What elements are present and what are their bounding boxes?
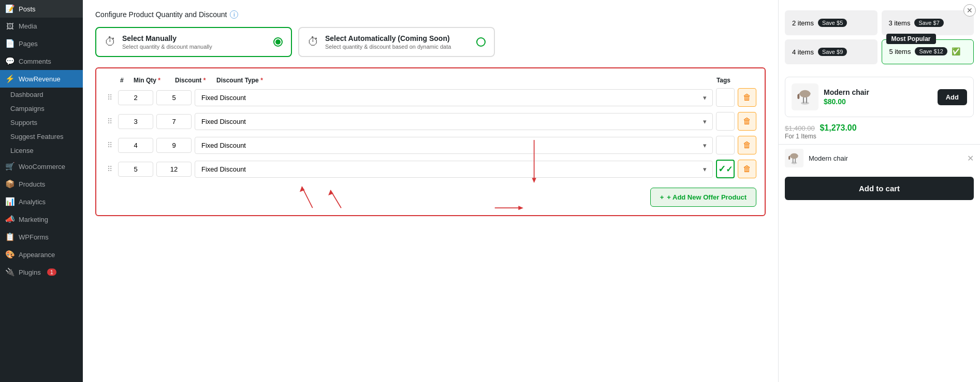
sidebar-sub-supports[interactable]: Supports [0, 116, 83, 130]
discount-input-1[interactable] [156, 90, 192, 105]
discount-type-select-2[interactable]: Fixed Discount Percentage Discount [195, 113, 713, 130]
sidebar-sub-license[interactable]: License [0, 144, 83, 158]
tier-3-label: 3 items [889, 19, 911, 27]
sidebar-item-appearance[interactable]: 🎨 Appearance [0, 246, 83, 263]
tag-checkbox-3[interactable] [716, 136, 735, 154]
select-manually-card[interactable]: ⏱ Select Manually Select quantity & disc… [95, 27, 292, 57]
sidebar-item-pages[interactable]: 📄 Pages [0, 35, 83, 52]
plugins-badge: 1 [47, 268, 56, 276]
sidebar-item-wpforms[interactable]: 📋 WPForms [0, 228, 83, 246]
add-product-button[interactable]: Add [938, 89, 967, 105]
sidebar-sub-suggest-features[interactable]: Suggest Features [0, 130, 83, 144]
discount-type-select-1[interactable]: Fixed Discount Percentage Discount [195, 89, 713, 106]
delete-btn-2[interactable]: 🗑 [738, 112, 756, 131]
sidebar-item-comments[interactable]: 💬 Comments [0, 52, 83, 70]
min-qty-input-2[interactable] [118, 114, 153, 129]
sidebar-item-media[interactable]: 🖼 Media [0, 18, 83, 35]
tier-cell-4[interactable]: 4 items Save $9 [785, 39, 877, 64]
media-icon: 🖼 [5, 22, 14, 31]
tier-3-save: Save $7 [914, 19, 943, 27]
tier-5-save: Save $12 [915, 47, 947, 55]
right-panel: ✕ 2 items Save $5 3 items Save $7 4 item… [778, 0, 980, 382]
delete-btn-3[interactable]: 🗑 [738, 136, 756, 154]
col-hash-header: # [117, 77, 134, 84]
add-offer-button[interactable]: + + Add New Offer Product [650, 188, 756, 207]
product-price: $80.00 [824, 97, 869, 106]
auto-clock-icon: ⏱ [308, 35, 319, 49]
tag-checkbox-1[interactable] [716, 88, 735, 107]
sidebar-sub-dashboard[interactable]: Dashboard [0, 88, 83, 102]
drag-handle[interactable]: ⠿ [105, 117, 115, 125]
selection-row: ⏱ Select Manually Select quantity & disc… [95, 27, 766, 57]
sidebar-item-products[interactable]: 📦 Products [0, 175, 83, 193]
sidebar-item-wowrevenue[interactable]: ⚡ WowRevenue [0, 70, 83, 88]
svg-rect-11 [797, 94, 799, 99]
sidebar-item-marketing[interactable]: 📣 Marketing [0, 210, 83, 228]
select-manually-text: Select Manually Select quantity & discou… [122, 34, 212, 50]
tier-cell-3[interactable]: 3 items Save $7 [882, 10, 974, 35]
add-to-cart-button[interactable]: Add to cart [785, 177, 974, 200]
delete-btn-4[interactable]: 🗑 [738, 160, 756, 178]
col-qty-header: Min Qty * [134, 77, 175, 84]
marketing-icon: 📣 [5, 215, 14, 224]
tag-checkbox-4[interactable]: ✓ [716, 160, 735, 178]
svg-rect-15 [788, 156, 790, 160]
product-name: Modern chair [824, 88, 869, 96]
pages-icon: 📄 [5, 39, 14, 48]
select-auto-radio[interactable] [476, 37, 486, 47]
cart-chair-svg [787, 151, 801, 165]
tier-cell-2[interactable]: 2 items Save $5 [785, 10, 877, 35]
svg-point-8 [801, 102, 809, 104]
sidebar-item-analytics[interactable]: 📊 Analytics [0, 193, 83, 210]
select-auto-card[interactable]: ⏱ Select Automatically (Coming Soon) Sel… [298, 27, 495, 57]
svg-point-12 [792, 162, 797, 164]
sidebar-sub-campaigns[interactable]: Campaigns [0, 102, 83, 116]
main-area: Configure Product Quantity and Discount … [83, 0, 980, 382]
discount-input-4[interactable] [156, 162, 192, 177]
min-qty-input-1[interactable] [118, 90, 153, 105]
discount-input-3[interactable] [156, 138, 192, 153]
tier-5-check: ✅ [952, 47, 960, 55]
discount-input-2[interactable] [156, 114, 192, 129]
select-manually-radio[interactable] [273, 37, 283, 47]
tiers-grid: 2 items Save $5 3 items Save $7 4 items … [779, 4, 980, 70]
svg-marker-5 [532, 178, 536, 183]
tier-2-save: Save $5 [818, 19, 847, 27]
tier-2-label: 2 items [792, 19, 814, 27]
clock-icon: ⏱ [105, 35, 116, 49]
page-title-row: Configure Product Quantity and Discount … [95, 10, 766, 19]
table-container: # Min Qty * Discount * Discount Type * T… [95, 67, 766, 216]
drag-handle[interactable]: ⠿ [105, 165, 115, 173]
sidebar-item-woocommerce[interactable]: 🛒 WooCommerce [0, 158, 83, 175]
product-image [792, 83, 818, 110]
close-button[interactable]: ✕ [963, 4, 976, 17]
product-info: Modern chair $80.00 [824, 88, 869, 106]
sidebar-item-posts[interactable]: 📝 Posts [0, 0, 83, 18]
select-auto-desc: Select quantity & discount based on dyna… [325, 44, 451, 50]
remove-cart-item-button[interactable]: ✕ [967, 153, 974, 163]
info-icon[interactable]: i [230, 10, 238, 19]
chair-svg [795, 87, 815, 107]
delete-btn-1[interactable]: 🗑 [738, 88, 756, 107]
min-qty-input-4[interactable] [118, 162, 153, 177]
discount-type-select-3[interactable]: Fixed Discount Percentage Discount [195, 137, 713, 154]
wpforms-icon: 📋 [5, 232, 14, 242]
product-block: Modern chair $80.00 Add [785, 77, 974, 117]
drag-handle[interactable]: ⠿ [105, 141, 115, 149]
products-icon: 📦 [5, 179, 14, 189]
discount-type-select-wrap-1: Fixed Discount Percentage Discount [195, 89, 713, 106]
drag-handle[interactable]: ⠿ [105, 93, 115, 102]
sidebar-item-plugins[interactable]: 🔌 Plugins 1 [0, 263, 83, 281]
old-price: $1,400.00 [785, 124, 815, 132]
wowrevenue-icon: ⚡ [5, 74, 14, 83]
plugins-icon: 🔌 [5, 267, 14, 277]
cart-item-name: Modern chair [809, 154, 848, 162]
tag-checkbox-2[interactable] [716, 112, 735, 131]
discount-type-select-4[interactable]: Fixed Discount Percentage Discount [195, 161, 713, 178]
select-manually-desc: Select quantity & discount manually [122, 44, 212, 50]
svg-rect-13 [793, 158, 794, 163]
most-popular-badge: Most Popular [886, 34, 936, 44]
tier-cell-5[interactable]: Most Popular 5 items Save $12 ✅ [882, 39, 974, 64]
select-manually-label: Select Manually [122, 34, 212, 43]
min-qty-input-3[interactable] [118, 138, 153, 153]
